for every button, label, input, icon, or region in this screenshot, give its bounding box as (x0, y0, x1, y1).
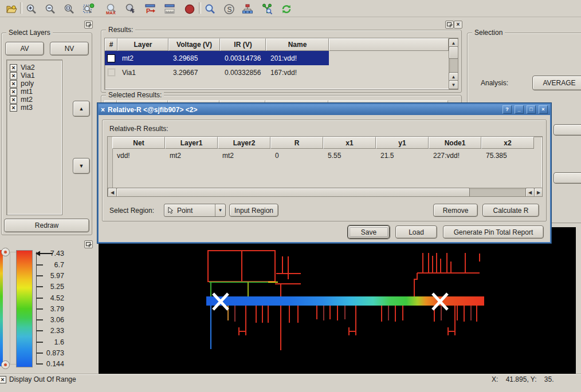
av-button[interactable]: AV (5, 42, 44, 56)
col-header-num[interactable]: # (105, 38, 117, 51)
range-max-handle[interactable] (1, 248, 10, 256)
results-row-mt2[interactable]: mt2 3.29685 0.00314736 201:vdd! (105, 51, 329, 65)
svg-text:S: S (227, 5, 231, 13)
colorbar-range-strip (0, 250, 3, 366)
zoom-area-icon[interactable] (81, 1, 96, 17)
refresh-icon[interactable] (278, 1, 294, 17)
detach-panel-icon[interactable] (445, 21, 454, 29)
hscroll-thumb[interactable] (116, 188, 470, 197)
col-header-name[interactable]: Name (266, 38, 329, 51)
dialog-close-button[interactable]: × (539, 105, 548, 114)
layer-item-mt2[interactable]: ×mt2 (10, 96, 33, 104)
dialog-maximize-button[interactable]: □ (527, 105, 536, 114)
colorbar-handle-link (10, 252, 10, 365)
col-header-layer2[interactable]: Layer2 (218, 137, 270, 149)
col-header-net[interactable]: Net (112, 137, 165, 149)
right-comb-traces (414, 253, 480, 296)
remove-button[interactable]: Remove (433, 204, 478, 217)
status-bar: × Display Out Of Range X: 41.895, Y: 35. (0, 374, 581, 384)
layer-checkbox[interactable]: × (10, 96, 17, 104)
select-layers-groupbox: Select Layers AV NV ×Via2 ×Via1 ×poly ×m… (1, 33, 92, 235)
scroll-down-button[interactable]: ▼ (73, 158, 90, 174)
layer-item-poly[interactable]: ×poly (10, 80, 34, 88)
zoom-fit-icon[interactable] (61, 1, 77, 17)
layer-checkbox[interactable]: × (10, 104, 17, 112)
col-header-layer1[interactable]: Layer1 (165, 137, 218, 149)
analysis-average-dropdown[interactable]: AVERAGE (532, 76, 581, 90)
zoom-max-icon[interactable]: MAX (103, 1, 119, 17)
save-button[interactable]: Save (348, 225, 390, 239)
tick-label: 1.6 (38, 338, 64, 346)
row-checkbox[interactable] (107, 54, 115, 62)
col-header-voltage[interactable]: Voltage (V) (168, 38, 220, 51)
zoom-select-icon[interactable] (123, 1, 138, 17)
zoom-in-icon[interactable] (23, 1, 39, 17)
col-header-ir[interactable]: IR (V) (220, 38, 266, 51)
nv-button[interactable]: NV (50, 42, 89, 56)
open-session-icon[interactable] (3, 1, 19, 17)
search-icon[interactable] (202, 1, 218, 17)
results-groupbox: Results: # Layer Voltage (V) IR (V) Name… (101, 30, 462, 93)
hidden-control-1[interactable] (553, 124, 581, 136)
region-type-combobox[interactable]: Point ▼ (164, 204, 226, 217)
via-ticks (228, 306, 477, 323)
bottom-strip (0, 383, 581, 392)
display-out-of-range-label: Display Out Of Range (9, 375, 76, 383)
hierarchy-icon[interactable] (240, 1, 255, 17)
row-checkbox[interactable] (108, 69, 115, 76)
generate-pin-total-report-button[interactable]: Generate Pin Total Report (443, 225, 544, 239)
col-header-r[interactable]: R (270, 137, 323, 149)
s-mode-icon[interactable]: S (221, 1, 237, 17)
probe-report-icon[interactable]: P (142, 1, 158, 17)
hscroll-left2[interactable]: ◀ (525, 188, 535, 197)
relative-r-row[interactable]: vdd! mt2 mt2 0 5.55 21.5 227:vdd! 75.385 (112, 149, 534, 163)
dialog-minimize-button[interactable]: _ (515, 105, 524, 114)
tick-label: 6.7 (38, 261, 64, 269)
load-button[interactable]: Load (395, 225, 437, 239)
dialog-titlebar[interactable]: × Relative-R <@sjfib907> <2> ? _ □ × (99, 104, 550, 115)
range-min-handle[interactable] (1, 361, 10, 369)
results-row-via1[interactable]: Via1 3.29667 0.00332856 167:vdd! (105, 65, 329, 80)
tick-label: 0.873 (38, 349, 64, 357)
relative-r-table: Net Layer1 Layer2 R x1 y1 Node1 x2 vdd! … (107, 136, 543, 197)
detach-panel-icon[interactable] (84, 21, 93, 29)
col-header-layer[interactable]: Layer (117, 38, 168, 51)
redraw-button[interactable]: Redraw (4, 219, 89, 232)
input-region-button[interactable]: Input Region (229, 204, 278, 217)
col-header-y1[interactable]: y1 (376, 137, 429, 149)
dialog-help-button[interactable]: ? (503, 105, 512, 114)
col-header-x2[interactable]: x2 (481, 137, 534, 149)
layer-item-mt3[interactable]: ×mt3 (10, 104, 33, 112)
layer-checkbox[interactable]: × (10, 72, 17, 80)
tick-label: 5.25 (38, 283, 64, 291)
col-header-node1[interactable]: Node1 (429, 137, 481, 149)
pin-h-marks (239, 306, 455, 335)
layout-canvas[interactable] (99, 244, 576, 374)
close-panel-icon[interactable]: × (454, 21, 462, 29)
display-out-of-range-checkbox[interactable]: × (0, 376, 6, 383)
layer-item-mt1[interactable]: ×mt1 (10, 88, 33, 96)
layer-item-via1[interactable]: ×Via1 (10, 72, 35, 80)
layer-item-via2[interactable]: ×Via2 (10, 64, 35, 72)
layer-checkbox[interactable]: × (10, 88, 17, 96)
hscroll-left[interactable]: ◀ (108, 188, 117, 197)
combo-arrow-icon[interactable]: ▼ (215, 204, 225, 216)
hidden-control-2[interactable] (553, 172, 581, 184)
analysis-label: Analysis: (481, 79, 508, 87)
calculate-r-button[interactable]: Calculate R (482, 204, 539, 217)
results-vscroll-down[interactable]: ▼ (449, 80, 458, 89)
ruler-icon[interactable] (162, 1, 177, 17)
layer-list: ×Via2 ×Via1 ×poly ×mt1 ×mt2 ×mt3 (6, 60, 62, 215)
net-tree-search-icon[interactable] (259, 1, 274, 17)
tick-label: 4.52 (38, 294, 64, 302)
record-icon[interactable] (182, 1, 197, 17)
results-vscroll-thumb[interactable] (449, 46, 458, 59)
col-header-x1[interactable]: x1 (323, 137, 376, 149)
selected-results-legend: Selected Results: (106, 91, 164, 99)
layer-checkbox[interactable]: × (10, 64, 17, 72)
zoom-out-icon[interactable] (42, 1, 58, 17)
hscroll-right[interactable]: ▶ (534, 188, 543, 197)
layer-checkbox[interactable]: × (10, 80, 17, 88)
scroll-up-button[interactable]: ▲ (73, 101, 90, 117)
svg-text:P: P (146, 7, 150, 14)
